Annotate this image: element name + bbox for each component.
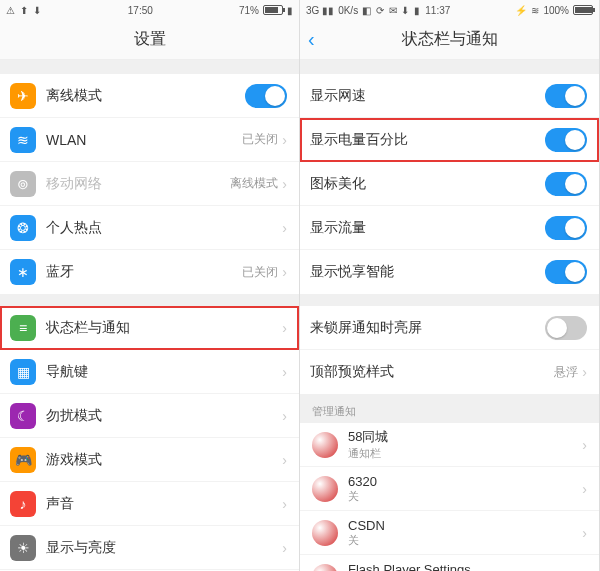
wlan-icon: ≋ [10,127,36,153]
row-label: 勿扰模式 [46,407,282,425]
app-sub: 关 [348,533,582,548]
chevron-right-icon: › [282,220,287,236]
chevron-right-icon: › [582,525,587,541]
status-icons-left: ⚠ ⬆ ⬇ [6,5,42,16]
settings-pane: ⚠ ⬆ ⬇ 17:50 71% ▮ 设置 ✈离线模式≋WLAN已关闭›⊚移动网络… [0,0,300,571]
battery-icon-right [573,5,593,15]
row-value: 悬浮 [554,364,578,381]
row-label: WLAN [46,132,242,148]
app-name: Flash Player Settings [348,562,582,572]
batt_pct-toggle[interactable] [545,128,587,152]
icon_beauty-toggle[interactable] [545,172,587,196]
row-value: 已关闭 [242,264,278,281]
settings-row-game[interactable]: 🎮游戏模式› [0,438,299,482]
nav-header-right: ‹ 状态栏与通知 [300,20,599,60]
status-time: 17:50 [128,5,153,16]
game-icon: 🎮 [10,447,36,473]
app-icon [312,432,338,458]
wifi-icon: ≋ [531,5,539,16]
status-icons-right: ◧ ⟳ ✉ ⬇ ▮ [362,5,421,16]
dnd-icon: ☾ [10,403,36,429]
netspeed-toggle[interactable] [545,84,587,108]
section-header-notifications: 管理通知 [300,394,599,423]
app-row[interactable]: CSDN关› [300,511,599,555]
app-row[interactable]: 58同城通知栏› [300,423,599,467]
bluetooth-icon: ⚡ [515,5,527,16]
airplane-toggle[interactable] [245,84,287,108]
show_traffic-toggle[interactable] [545,216,587,240]
row-label: 显示电量百分比 [310,131,545,149]
settings-row-bt[interactable]: ∗蓝牙已关闭› [0,250,299,294]
chevron-right-icon: › [282,452,287,468]
sound-icon: ♪ [10,491,36,517]
settings-row-hotspot[interactable]: ❂个人热点› [0,206,299,250]
settings-row-mobile: ⊚移动网络离线模式› [0,162,299,206]
chevron-right-icon: › [582,481,587,497]
row-label: 显示与亮度 [46,539,282,557]
chevron-right-icon: › [282,264,287,280]
settings-list[interactable]: ✈离线模式≋WLAN已关闭›⊚移动网络离线模式›❂个人热点›∗蓝牙已关闭›≡状态… [0,60,299,571]
settings-row-airplane[interactable]: ✈离线模式 [0,74,299,118]
row-label: 离线模式 [46,87,245,105]
row-value: 已关闭 [242,131,278,148]
row-label: 个人热点 [46,219,282,237]
display-icon: ☀ [10,535,36,561]
battery-percent: 71% [239,5,259,16]
statusbar-settings-list[interactable]: 显示网速显示电量百分比图标美化显示流量显示悦享智能来锁屏通知时亮屏顶部预览样式悬… [300,60,599,571]
toggle-row-batt_pct[interactable]: 显示电量百分比 [300,118,599,162]
app-row[interactable]: Flash Player Settings关› [300,555,599,571]
chevron-right-icon: › [282,496,287,512]
page-title: 设置 [134,29,166,50]
chevron-right-icon: › [282,540,287,556]
toggle-row-netspeed[interactable]: 显示网速 [300,74,599,118]
toggle-row-show_traffic[interactable]: 显示流量 [300,206,599,250]
bt-icon: ∗ [10,259,36,285]
app-icon [312,520,338,546]
hotspot-icon: ❂ [10,215,36,241]
chevron-right-icon: › [582,364,587,380]
row-label: 显示流量 [310,219,545,237]
toggle-row-yuexiang[interactable]: 显示悦享智能 [300,250,599,294]
chevron-right-icon: › [282,364,287,380]
app-sub: 关 [348,489,582,504]
page-title-right: 状态栏与通知 [402,29,498,50]
settings-row-navkeys[interactable]: ▦导航键› [0,350,299,394]
nav-header-left: 设置 [0,20,299,60]
app-sub: 通知栏 [348,446,582,461]
settings-row-display[interactable]: ☀显示与亮度› [0,526,299,570]
status-indicator: ▮ [287,5,293,16]
back-button[interactable]: ‹ [308,28,315,51]
row-label: 游戏模式 [46,451,282,469]
statusbar-icon: ≡ [10,315,36,341]
row-value: 离线模式 [230,175,278,192]
chevron-right-icon: › [282,132,287,148]
status-time-right: 11:37 [425,5,450,16]
app-icon [312,476,338,502]
row-label: 来锁屏通知时亮屏 [310,319,545,337]
lock_wake-toggle[interactable] [545,316,587,340]
row-preview_style[interactable]: 顶部预览样式悬浮› [300,350,599,394]
status-bar-left: ⚠ ⬆ ⬇ 17:50 71% ▮ [0,0,299,20]
app-name: 6320 [348,474,582,489]
status-bar-right: 3G ▮▮ 0K/s ◧ ⟳ ✉ ⬇ ▮ 11:37 ⚡ ≋ 100% [300,0,599,20]
settings-row-statusbar[interactable]: ≡状态栏与通知› [0,306,299,350]
toggle-row-icon_beauty[interactable]: 图标美化 [300,162,599,206]
chevron-right-icon: › [282,408,287,424]
airplane-icon: ✈ [10,83,36,109]
app-row[interactable]: 6320关› [300,467,599,511]
row-label: 显示网速 [310,87,545,105]
settings-row-dnd[interactable]: ☾勿扰模式› [0,394,299,438]
settings-row-wlan[interactable]: ≋WLAN已关闭› [0,118,299,162]
net-speed: 0K/s [338,5,358,16]
row-label: 图标美化 [310,175,545,193]
row-label: 显示悦享智能 [310,263,545,281]
app-name: 58同城 [348,428,582,446]
settings-row-sound[interactable]: ♪声音› [0,482,299,526]
yuexiang-toggle[interactable] [545,260,587,284]
row-lock_wake[interactable]: 来锁屏通知时亮屏 [300,306,599,350]
chevron-right-icon: › [282,320,287,336]
row-label: 导航键 [46,363,282,381]
signal-indicator: 3G ▮▮ [306,5,334,16]
row-label: 移动网络 [46,175,230,193]
chevron-right-icon: › [582,437,587,453]
